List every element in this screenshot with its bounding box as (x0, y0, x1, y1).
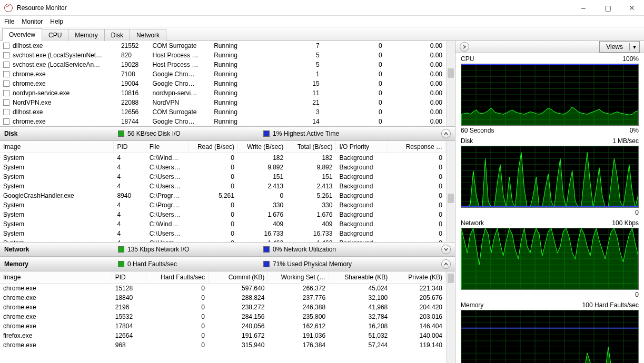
network-expand-icon[interactable] (441, 245, 451, 254)
row-checkbox[interactable] (3, 90, 9, 96)
network-section-header[interactable]: Network 135 Kbps Network I/O 0% Network … (0, 242, 455, 257)
row-checkbox[interactable] (3, 80, 9, 87)
views-button[interactable]: Views ▾ (599, 41, 640, 53)
row-checkbox[interactable] (3, 99, 9, 106)
tab-network[interactable]: Network (130, 29, 166, 41)
disk-h-resp[interactable]: Response … (388, 141, 445, 153)
cpu-scrollbar[interactable] (446, 41, 455, 126)
cpu-chart-block: CPU 100% 60 Seconds 0% (455, 53, 644, 135)
disk-chart-block: Disk 1 MB/sec 0 (455, 135, 644, 217)
tab-disk[interactable]: Disk (104, 29, 130, 41)
mem-h-hf[interactable]: Hard Faults/sec (146, 271, 208, 284)
menu-file[interactable]: File (4, 18, 14, 25)
mem-h-ws[interactable]: Working Set (… (268, 271, 329, 284)
table-row[interactable]: chrome.exe155320284,156235,80032,784203,… (0, 312, 446, 321)
row-checkbox[interactable] (3, 71, 9, 77)
cpu-chart-bl: 60 Seconds (461, 127, 494, 134)
table-row[interactable]: chrome.exe7108Google Chro…Running100.00 (0, 69, 446, 79)
row-checkbox[interactable] (3, 118, 9, 125)
disk-active-value: 1% Highest Active Time (273, 130, 339, 137)
tab-overview[interactable]: Overview (2, 28, 42, 41)
views-dropdown-icon[interactable]: ▾ (630, 43, 639, 51)
row-checkbox[interactable] (3, 62, 9, 68)
disk-h-read[interactable]: Read (B/sec) (189, 141, 237, 153)
table-row[interactable]: dllhost.exe12656COM SurrogateRunning300.… (0, 107, 446, 117)
titlebar: Resource Monitor – ▢ ✕ (0, 0, 644, 16)
disk-chart (461, 146, 639, 208)
disk-h-total[interactable]: Total (B/sec) (287, 141, 336, 153)
table-row[interactable]: NordVPN.exe22088NordVPNRunning2100.00 (0, 98, 446, 107)
table-row[interactable]: System4C:\Users…0151151Background0 (0, 172, 446, 182)
mem-h-priv[interactable]: Private (KB) (391, 271, 446, 284)
chevron-right-icon[interactable] (460, 42, 469, 52)
table-row[interactable]: System4C:\Users…016,73316,733Background0 (0, 229, 446, 238)
disk-active-icon (263, 130, 270, 137)
mem-h-image[interactable]: Image (0, 271, 112, 284)
disk-h-file[interactable]: File (146, 141, 189, 153)
table-row[interactable]: System4C:\Users…09,8929,892Background0 (0, 163, 446, 172)
cpu-chart-title: CPU (461, 55, 474, 63)
table-row[interactable]: System4C:\Progr…0330330Background0 (0, 200, 446, 210)
left-pane: dllhost.exe21552COM SurrogateRunning700.… (0, 41, 455, 363)
network-chart-block: Network 100 Kbps 0 (455, 217, 644, 299)
disk-h-image[interactable]: Image (0, 141, 114, 153)
mem-used-value: 71% Used Physical Memory (273, 260, 352, 268)
table-row[interactable]: System4C:\Users…01,4621,462Background0 (0, 238, 446, 242)
window-title: Resource Monitor (17, 4, 67, 12)
disk-section-header[interactable]: Disk 56 KB/sec Disk I/O 1% Highest Activ… (0, 126, 455, 141)
right-pane-toolbar: Views ▾ (455, 41, 644, 53)
table-row[interactable]: nordvpn-service.exe10816nordvpn-servi…Ru… (0, 88, 446, 98)
maximize-button[interactable]: ▢ (596, 0, 620, 16)
table-row[interactable]: chrome.exe151280597,640266,37245,024221,… (0, 284, 446, 294)
table-row[interactable]: chrome.exe19004Google Chro…Running1500.0… (0, 79, 446, 88)
mem-h-share[interactable]: Shareable (KB) (329, 271, 391, 284)
tab-row: Overview CPU Memory Disk Network (0, 27, 644, 41)
mem-used-icon (263, 261, 270, 267)
net-io-value: 135 Kbps Network I/O (127, 246, 189, 253)
table-row[interactable]: firefox.exe126640191,672191,03651,032140… (0, 331, 446, 340)
network-chart-title: Network (461, 219, 484, 227)
disk-scrollbar[interactable] (446, 141, 455, 242)
row-checkbox[interactable] (3, 52, 9, 58)
table-row[interactable]: System4C:\Wind…0182182Background0 (0, 153, 446, 163)
table-row[interactable]: chrome.exe9680315,940176,38457,244119,14… (0, 340, 446, 350)
table-row[interactable]: System4C:\Users…02,4132,413Background0 (0, 182, 446, 191)
table-row[interactable]: chrome.exe178040240,056162,61216,208146,… (0, 321, 446, 331)
table-row[interactable]: System4C:\Users…01,6761,676Background0 (0, 210, 446, 219)
menu-monitor[interactable]: Monitor (22, 18, 43, 25)
close-button[interactable]: ✕ (620, 0, 644, 16)
mem-h-pid[interactable]: PID (112, 271, 146, 284)
network-section-title: Network (4, 246, 115, 253)
table-row[interactable]: GoogleCrashHandler.exe8940C:\Progr…5,261… (0, 191, 446, 200)
menu-help[interactable]: Help (50, 18, 63, 25)
memory-section-header[interactable]: Memory 0 Hard Faults/sec 71% Used Physic… (0, 257, 455, 271)
cpu-chart-right: 100% (622, 55, 639, 63)
memory-section-title: Memory (4, 260, 115, 268)
table-row[interactable]: chrome.exe18744Google Chro…Running1400.0… (0, 117, 446, 126)
memory-scrollbar[interactable] (446, 271, 455, 363)
net-io-icon (118, 246, 124, 253)
table-row[interactable]: svchost.exe (LocalServiceAn…19028Host Pr… (0, 60, 446, 69)
disk-chart-br: 0 (635, 209, 639, 216)
disk-chart-title: Disk (461, 137, 473, 145)
row-checkbox[interactable] (3, 43, 9, 49)
disk-table: Image PID File Read (B/sec) Write (B/sec… (0, 141, 455, 242)
table-row[interactable]: chrome.exe188400288,824237,77632,100205,… (0, 293, 446, 302)
table-row[interactable]: chrome.exe21960238,272246,38841,968204,4… (0, 302, 446, 312)
disk-h-prio[interactable]: I/O Priority (336, 141, 388, 153)
disk-h-write[interactable]: Write (B/sec) (237, 141, 286, 153)
tab-memory[interactable]: Memory (68, 29, 104, 41)
disk-collapse-icon[interactable] (441, 129, 451, 138)
right-pane: Views ▾ CPU 100% 60 Seconds 0% Disk 1 MB… (455, 41, 644, 363)
network-chart (461, 228, 639, 290)
minimize-button[interactable]: – (571, 0, 596, 16)
table-row[interactable]: dllhost.exe21552COM SurrogateRunning700.… (0, 41, 446, 51)
disk-h-pid[interactable]: PID (114, 141, 146, 153)
tab-cpu[interactable]: CPU (42, 29, 68, 41)
table-row[interactable]: svchost.exe (LocalSystemNet…820Host Proc… (0, 51, 446, 60)
memory-collapse-icon[interactable] (441, 259, 451, 269)
mem-h-commit[interactable]: Commit (KB) (209, 271, 268, 284)
row-checkbox[interactable] (3, 109, 9, 115)
memory-chart-right: 100 Hard Faults/sec (582, 301, 639, 309)
table-row[interactable]: System4C:\Wind…0409409Background0 (0, 219, 446, 229)
